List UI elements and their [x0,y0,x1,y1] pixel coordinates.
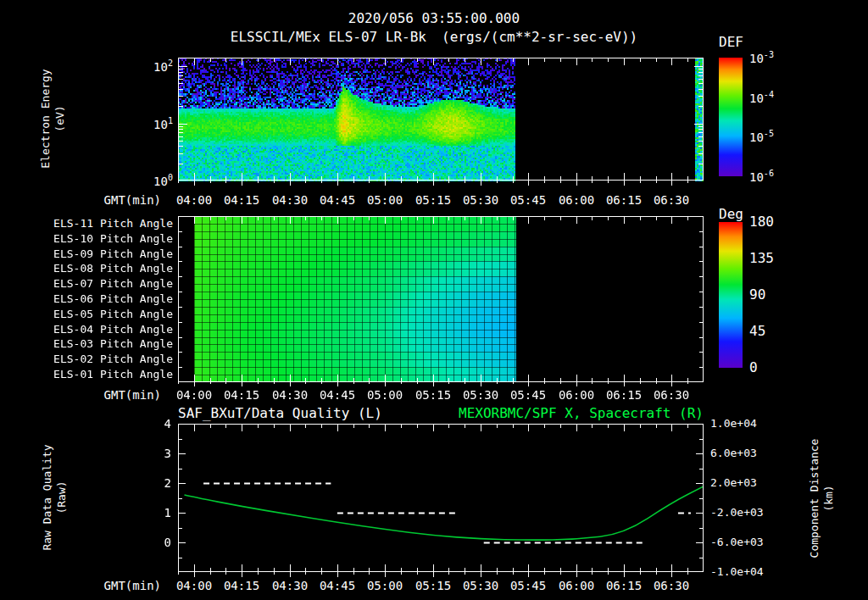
quality-tick-label: 3 [144,447,171,460]
timeseries-left-y-label-line2: (Raw) [54,444,69,550]
time-tick-label: 04:45 [314,388,361,402]
time-tick-label: 05:15 [409,388,457,402]
quality-distance-plot-canvas [178,424,704,579]
time-tick-label: 05:15 [409,193,457,207]
time-tick-label: 06:30 [648,193,695,207]
page-title-text: ELSSCIL/MEx ELS-07 LR-Bk [231,29,426,45]
spectrogram-y-axis-label-line2: (eV) [53,69,67,168]
timeseries-right-y-label: Component Distance (km) [807,439,836,558]
pitch-row-label: ELS-04 Pitch Angle [46,323,173,336]
time-tick-label: 04:30 [266,193,314,207]
pitch-row-label: ELS-02 Pitch Angle [46,353,173,365]
quality-tick-label: 2 [144,476,171,490]
deg-tick-label: 135 [749,250,774,266]
time-tick-label: 06:30 [648,579,695,592]
gmt-axis-label: GMT(min) [89,388,161,402]
quality-tick-label: 1 [144,506,171,519]
def-tick-label: 10-6 [749,169,774,184]
def-tick-label: 10-3 [749,50,774,65]
deg-tick-label: 0 [749,359,758,375]
time-tick-label: 06:00 [553,193,600,207]
deg-tick-label: 45 [749,323,765,339]
def-tick-label: 10-4 [749,90,774,105]
deg-tick-label: 180 [749,214,774,230]
pitch-angle-heatmap-canvas [178,216,704,389]
time-tick-label: 05:15 [409,579,457,592]
timeseries-left-title: SAF_BXuT/Data Quality (L) [178,405,382,421]
deg-colorbar-title: Deg [719,206,743,222]
pitch-row-label: ELS-03 Pitch Angle [46,337,173,350]
time-tick-label: 06:00 [553,388,600,402]
pitch-row-label: ELS-10 Pitch Angle [46,232,173,245]
time-tick-label: 06:15 [600,388,648,402]
time-tick-label: 06:30 [648,388,695,402]
quality-tick-label: 4 [144,417,171,431]
time-tick-label: 04:00 [170,579,218,592]
time-tick-label: 05:45 [504,388,552,402]
gmt-axis-label: GMT(min) [89,193,161,207]
time-tick-label: 04:15 [218,388,265,402]
quality-tick-label: 0 [144,536,171,549]
time-tick-label: 05:45 [504,579,552,592]
time-tick-label: 05:30 [457,579,504,592]
deg-colorbar [719,222,743,368]
time-tick-label: 06:15 [600,193,648,207]
distance-tick-label: -1.0e+04 [710,565,764,578]
distance-tick-label: -2.0e+03 [710,506,764,519]
time-tick-label: 05:30 [457,193,504,207]
energy-tick-label: 101 [125,116,173,131]
time-tick-label: 04:00 [170,193,218,207]
pitch-row-label: ELS-01 Pitch Angle [46,368,173,381]
time-tick-label: 05:45 [504,193,552,207]
timeseries-right-y-label-line2: (km) [821,439,836,558]
time-tick-label: 04:45 [314,579,361,592]
pitch-row-label: ELS-09 Pitch Angle [46,247,173,260]
time-tick-label: 05:00 [361,193,409,207]
page-datetime: 2020/056 03:55:00.000 [0,10,868,26]
time-tick-label: 06:15 [600,579,648,592]
spectrogram-y-axis-label-line1: Electron Energy [38,69,53,168]
time-tick-label: 04:30 [266,579,314,592]
page-title-units: (ergs/(cm**2-sr-sec-eV)) [442,29,637,45]
energy-tick-label: 100 [125,173,173,188]
gmt-axis-label: GMT(min) [89,579,161,592]
time-tick-label: 05:00 [361,388,409,402]
pitch-row-label: ELS-11 Pitch Angle [46,217,173,230]
time-tick-label: 05:00 [361,579,409,592]
pitch-row-label: ELS-07 Pitch Angle [46,277,173,290]
time-tick-label: 04:15 [218,579,265,592]
timeseries-left-y-label: Raw Data Quality (Raw) [40,444,69,550]
spectrogram-y-axis-label: Electron Energy (eV) [38,69,67,168]
pitch-row-label: ELS-06 Pitch Angle [46,292,173,305]
els-summary-plot: 2020/056 03:55:00.000 ELSSCIL/MEx ELS-07… [0,0,868,600]
def-colorbar-title: DEF [719,34,743,50]
def-tick-label: 10-5 [749,129,774,144]
pitch-row-label: ELS-05 Pitch Angle [46,308,173,320]
distance-tick-label: 1.0e+04 [710,417,757,430]
distance-tick-label: 6.0e+03 [710,447,757,459]
deg-tick-label: 90 [749,286,765,303]
distance-tick-label: 2.0e+03 [710,476,757,489]
time-tick-label: 04:15 [218,193,265,207]
distance-tick-label: -6.0e+03 [710,536,764,548]
time-tick-label: 05:30 [457,388,504,402]
pitch-row-label: ELS-08 Pitch Angle [46,262,173,275]
time-tick-label: 04:45 [314,193,361,207]
electron-energy-spectrogram-canvas [178,58,704,187]
time-tick-label: 06:00 [553,579,600,592]
timeseries-right-y-label-line1: Component Distance [807,439,821,558]
timeseries-right-title: MEXORBMC/SPF X, Spacecraft (R) [459,405,704,421]
time-tick-label: 04:00 [170,388,218,402]
timeseries-left-y-label-line1: Raw Data Quality [40,444,54,550]
timeseries-titles: SAF_BXuT/Data Quality (L) MEXORBMC/SPF X… [178,405,704,421]
def-colorbar [719,58,743,176]
time-tick-label: 04:30 [266,388,314,402]
energy-tick-label: 102 [125,58,173,74]
